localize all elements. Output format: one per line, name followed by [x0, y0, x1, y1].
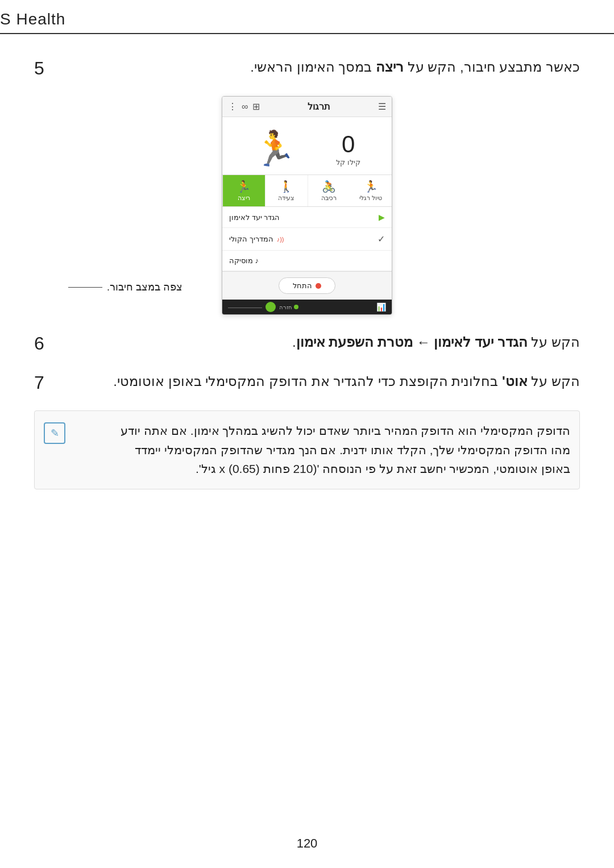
music-row-label: ♪ מוסיקה [229, 256, 259, 265]
calorie-display: 0 קילו קל [336, 131, 360, 167]
step-5-text-after: במסך האימון הראשי. [250, 59, 376, 74]
tab-walking-icon: 🚶 [279, 180, 293, 193]
pulse-row[interactable]: ✓ המדריך הקולי ((♪ [222, 228, 392, 251]
note-block: ✎ הדופק המקסימלי הוא הדופק המהיר ביותר ש… [34, 410, 580, 489]
step-6-bold2: מטרת השפעת אימון [296, 334, 413, 350]
step-5-text: כאשר מתבצע חיבור, הקש על ריצה במסך האימו… [66, 57, 580, 77]
stats-icon: 📊 [376, 302, 386, 312]
phone-annotation-wrapper: צפה במצב חיבור. ☰ תרגול ⊞ ∞ ⋮ 0 ק [34, 96, 580, 315]
tab-hiking-label: טיול רגלי [359, 194, 382, 202]
more-icon[interactable]: ⋮ [228, 101, 237, 112]
run-icon-large: 🏃 [254, 128, 296, 169]
pencil-icon: ✎ [51, 427, 59, 439]
phone-statusbar: 📊 חזרה —————— [222, 300, 392, 314]
tab-walking[interactable]: 🚶 צעידה [265, 175, 308, 206]
step-6-arrow: ← [413, 334, 434, 350]
tab-running[interactable]: 🏃 ריצה [222, 175, 265, 206]
step-7-text: הקש על אוט' בחלונית הקופצת כדי להגדיר את… [66, 371, 580, 392]
step-6-block: 6 הקש על הגדר יעד לאימון ← מטרת השפעת אי… [34, 332, 580, 354]
tab-running-label: ריצה [238, 194, 250, 202]
start-dot-icon [316, 283, 321, 289]
circle-status [265, 302, 276, 312]
tab-hiking-icon: 🏃 [364, 180, 378, 193]
pulse-label-text: המדריך הקולי [229, 235, 273, 243]
bar-status-text: —————— [228, 304, 262, 310]
goal-arrow-icon: ▶ [379, 213, 385, 222]
green-dot-icon [294, 305, 298, 309]
status-left: חזרה —————— [228, 302, 298, 312]
step-5-number: 5 [34, 58, 59, 79]
topbar-right-icons: ⊞ ∞ ⋮ [228, 101, 260, 112]
activity-tabs: 🏃 ריצה 🚶 צעידה 🚴 רכיבה 🏃 טיול רגלי [222, 175, 392, 207]
annotation-area: צפה במצב חיבור. [68, 281, 182, 293]
step-7-text-after: בחלונית הקופצת כדי להגדיר את הדופק המקסי… [113, 373, 502, 389]
note-line-3: באופן אוטומטי, המכשיר יחשב זאת על פי הנו… [196, 462, 570, 475]
goal-row[interactable]: ▶ הגדר יעד לאימון [222, 207, 392, 228]
tab-hiking[interactable]: 🏃 טיול רגלי [350, 175, 392, 206]
calorie-label: קילו קל [336, 158, 360, 167]
tab-cycling-icon: 🚴 [322, 180, 336, 193]
page-number: 120 [297, 836, 318, 851]
calorie-number: 0 [336, 131, 360, 158]
annotation-text: צפה במצב חיבור. [107, 281, 182, 293]
menu-icon[interactable]: ☰ [378, 101, 386, 112]
tab-walking-label: צעידה [278, 194, 294, 202]
home-label: חזרה [279, 304, 292, 310]
pulse-row-label: המדריך הקולי ((♪ [229, 235, 284, 243]
topbar-icons: ☰ [378, 101, 386, 112]
tab-cycling-label: רכיבה [321, 194, 337, 202]
main-icon-area: 0 קילו קל 🏃 [222, 117, 392, 175]
page-title: S Health [0, 10, 65, 28]
note-line-2: מהו הדופק המקסימלי שלך, הקלד אותו ידנית.… [135, 443, 570, 456]
note-icon: ✎ [44, 422, 65, 444]
phone-topbar: ☰ תרגול ⊞ ∞ ⋮ [222, 97, 392, 117]
goal-row-label: הגדר יעד לאימון [229, 213, 280, 222]
note-line-1: הדופק המקסימלי הוא הדופק המהיר ביותר שאד… [121, 424, 570, 437]
tab-cycling[interactable]: 🚴 רכיבה [308, 175, 350, 206]
grid-icon[interactable]: ⊞ [252, 101, 260, 112]
page-header: S Health [0, 0, 614, 34]
step-7-bold: אוט' [502, 373, 528, 389]
step-5-block: 5 כאשר מתבצע חיבור, הקש על ריצה במסך האי… [34, 57, 580, 79]
topbar-title: תרגול [308, 101, 330, 112]
phone-screen: ☰ תרגול ⊞ ∞ ⋮ 0 קילו קל 🏃 [222, 96, 392, 315]
step-7-text-before: הקש על [528, 373, 580, 389]
phone-bottom-area: התחל [222, 271, 392, 300]
annotation-dash [68, 287, 102, 288]
checkmark-icon: ✓ [377, 234, 385, 244]
home-status: חזרה [279, 304, 298, 310]
music-row[interactable]: ♪ מוסיקה [222, 251, 392, 271]
link-icon[interactable]: ∞ [242, 102, 248, 112]
pulse-label-suffix: ((♪ [277, 236, 284, 243]
page-content: 5 כאשר מתבצע חיבור, הקש על ריצה במסך האי… [0, 34, 614, 512]
step-5-bold-word: ריצה [376, 59, 404, 74]
step-6-number: 6 [34, 333, 59, 354]
step-6-text: הקש על הגדר יעד לאימון ← מטרת השפעת אימו… [66, 332, 580, 352]
start-button[interactable]: התחל [279, 277, 335, 294]
step-6-bold1: הגדר יעד לאימון [434, 334, 527, 350]
step-7-number: 7 [34, 372, 59, 393]
step-5-text-before: כאשר מתבצע חיבור, הקש על [404, 59, 580, 74]
step-7-block: 7 הקש על אוט' בחלונית הקופצת כדי להגדיר … [34, 371, 580, 393]
tab-running-icon: 🏃 [237, 180, 251, 193]
start-button-label: התחל [293, 281, 312, 290]
note-text: הדופק המקסימלי הוא הדופק המהיר ביותר שאד… [73, 421, 570, 479]
step-6-text-after: . [292, 334, 296, 350]
step-6-text-before: הקש על [528, 334, 580, 350]
